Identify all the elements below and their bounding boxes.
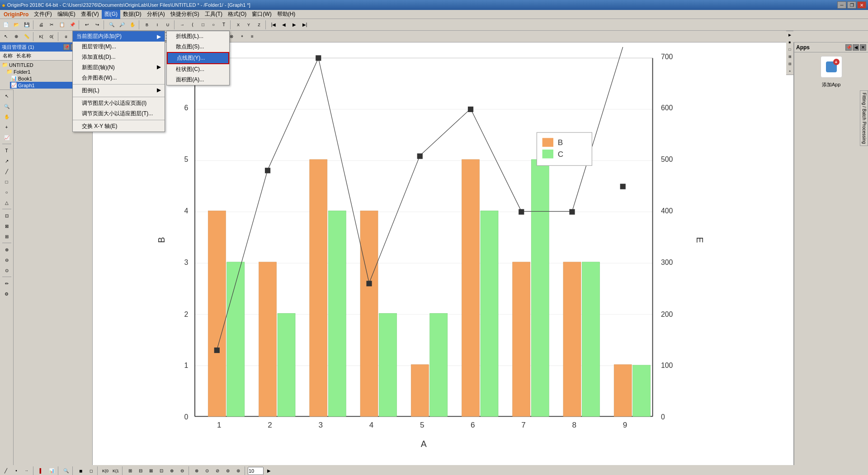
graph-dd-fitpage[interactable]: 调节图层大小以适应页面(I) <box>73 98 165 108</box>
tb-line[interactable]: ⟨ <box>188 20 198 30</box>
tb-new[interactable]: 📄 <box>1 20 11 30</box>
btb-pts[interactable]: ◼ <box>75 466 85 475</box>
ltb-pan[interactable]: ✋ <box>2 112 12 122</box>
tb-prev[interactable]: ◀ <box>279 20 289 30</box>
tb-cut[interactable]: ✂ <box>47 20 57 30</box>
tb-y[interactable]: Y <box>244 20 254 30</box>
tb-rect[interactable]: □ <box>198 20 208 30</box>
tb-zoom-out[interactable]: 🔎 <box>117 20 127 30</box>
ltb-line-obj[interactable]: ╱ <box>2 166 12 176</box>
btb-grid1[interactable]: ⊞ <box>125 466 135 475</box>
graph-dd-exchange[interactable]: 交换 X-Y 轴(E) <box>73 121 165 132</box>
btb-3[interactable]: ·· <box>22 466 32 475</box>
sub-line[interactable]: 折线图(L)... <box>167 31 229 42</box>
btb-m1[interactable]: ⊗ <box>192 466 202 475</box>
btb-input[interactable] <box>248 467 264 475</box>
rtb-1[interactable]: ▶ <box>786 31 793 38</box>
pm-pin[interactable]: 📌 <box>63 44 70 50</box>
tb-b2[interactable]: I <box>152 20 162 30</box>
btb-k0[interactable]: K(0 <box>100 466 110 475</box>
titlebar-controls[interactable]: ─ ❐ ✕ <box>837 1 866 9</box>
menu-origin[interactable]: OriginPro <box>1 10 31 19</box>
ltb-pointer[interactable]: ↖ <box>2 91 12 101</box>
rtb-5[interactable]: ⊟ <box>786 60 793 67</box>
apps-arrow[interactable]: ◀ <box>853 44 859 51</box>
tb-text[interactable]: T <box>219 20 229 30</box>
add-app-icon[interactable]: + <box>821 56 842 78</box>
graph-dd-legend[interactable]: 图例(L) ▶ <box>73 85 165 96</box>
tb-next[interactable]: ▶ <box>289 20 299 30</box>
menu-tools[interactable]: 工具(T) <box>202 10 225 19</box>
sub-area[interactable]: 面积图(A)... <box>167 75 229 85</box>
ltb-pick[interactable]: ⊞ <box>2 231 12 241</box>
btb-apply[interactable]: ▶ <box>264 466 274 475</box>
menu-format[interactable]: 格式(O) <box>225 10 249 19</box>
rtb-4[interactable]: ⊞ <box>786 53 793 60</box>
btb-k1[interactable]: K(1 <box>111 466 121 475</box>
tb2-pointer[interactable]: ↖ <box>1 32 11 42</box>
pm-col-longname[interactable]: 长名称 <box>14 52 33 60</box>
pm-item-folder1[interactable]: 📁 Folder1 <box>5 68 78 75</box>
btb-grid4[interactable]: ⊡ <box>156 466 166 475</box>
apps-pin[interactable]: 📌 <box>845 44 852 51</box>
graph-dd-addplot[interactable]: 当前图层内添加(P) ▶ <box>73 31 165 42</box>
sub-linescatter[interactable]: 点线图(Y)... <box>167 52 229 64</box>
tb-first[interactable]: |◀ <box>269 20 278 30</box>
ltb-edit[interactable]: ✏ <box>2 278 12 288</box>
graph-dd-addline[interactable]: 添加直线(D)... <box>73 52 165 62</box>
pm-item-graph1[interactable]: 📈 Graph1 <box>10 82 78 89</box>
btb-m3[interactable]: ⊘ <box>212 466 222 475</box>
ltb-graph[interactable]: 📈 <box>2 132 12 142</box>
ltb-zoom[interactable]: 🔍 <box>2 101 12 111</box>
restore-btn[interactable]: ❐ <box>847 1 856 9</box>
tb-undo[interactable]: ↩ <box>82 20 92 30</box>
tb-pan[interactable]: ✋ <box>127 20 137 30</box>
minimize-btn[interactable]: ─ <box>837 1 846 9</box>
ltb-fit[interactable]: ⊙ <box>2 265 12 275</box>
tb2-scale[interactable]: 📏 <box>22 32 32 42</box>
rtb-2[interactable]: ■ <box>786 38 793 46</box>
tb-open[interactable]: 📂 <box>11 20 21 30</box>
tb-copy[interactable]: 📋 <box>57 20 67 30</box>
btb-m4[interactable]: ⊚ <box>223 466 233 475</box>
ltb-poly[interactable]: △ <box>2 198 12 207</box>
tb-x[interactable]: X <box>233 20 243 30</box>
tb-arrow[interactable]: → <box>177 20 187 30</box>
ltb-zoom-out[interactable]: ⊖ <box>2 255 12 265</box>
menu-view[interactable]: 查看(V) <box>78 10 102 19</box>
graph-dd-layer[interactable]: 图层管理(M)... <box>73 42 165 52</box>
btb-grid5[interactable]: ⊕ <box>167 466 177 475</box>
btb-2[interactable]: • <box>11 466 21 475</box>
tb-b3[interactable]: U <box>163 20 173 30</box>
rtb-3[interactable]: □ <box>786 46 793 53</box>
ltb-rect-obj[interactable]: □ <box>2 177 12 187</box>
graph-dd-merge[interactable]: 合并图表(W)... <box>73 73 165 83</box>
btb-pts2[interactable]: ◻ <box>86 466 96 475</box>
menu-quickanalysis[interactable]: 快捷分析(S) <box>168 10 202 19</box>
tb-circle[interactable]: ○ <box>208 20 218 30</box>
sub-column[interactable]: 柱状图(C)... <box>167 64 229 75</box>
menu-graph[interactable]: 图(G) <box>102 10 120 19</box>
tb2-m7[interactable]: ≡ <box>247 32 257 42</box>
tb-print[interactable]: 🖨 <box>36 20 46 30</box>
menu-file[interactable]: 文件(F) <box>31 10 54 19</box>
btb-1[interactable]: ╱ <box>1 466 11 475</box>
fitting-tab[interactable]: Fitting / Batch Processing <box>860 90 868 146</box>
tb-zoom[interactable]: 🔍 <box>107 20 117 30</box>
menu-analysis[interactable]: 分析(A) <box>144 10 168 19</box>
btb-grid3[interactable]: ⊠ <box>146 466 156 475</box>
tb2-plot[interactable]: K( <box>36 32 46 42</box>
graph-dd-fitlayer[interactable]: 调节页面大小以适应图层(T)... <box>73 108 165 119</box>
btb-zoom1[interactable]: 🔍 <box>61 466 71 475</box>
graph-dd-newlayer[interactable]: 新图层(轴)(N) ▶ <box>73 62 165 73</box>
menu-window[interactable]: 窗口(W) <box>249 10 274 19</box>
tb-paste[interactable]: 📌 <box>67 20 77 30</box>
tb-b1[interactable]: B <box>142 20 152 30</box>
ltb-zoom-in[interactable]: ⊕ <box>2 245 12 254</box>
btb-grid6[interactable]: ⊖ <box>177 466 187 475</box>
tb-redo[interactable]: ↪ <box>92 20 102 30</box>
tb-last[interactable]: ▶| <box>300 20 310 30</box>
tb2-r1[interactable]: α <box>61 32 71 42</box>
menu-help[interactable]: 帮助(H) <box>274 10 298 19</box>
apps-close[interactable]: ✕ <box>860 44 866 51</box>
